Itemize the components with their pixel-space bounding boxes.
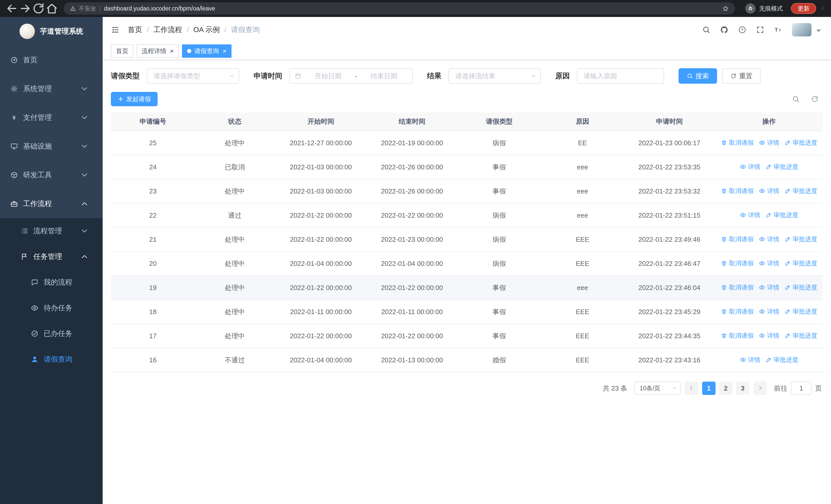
action-detail-link[interactable]: 详情	[740, 211, 761, 219]
action-cancel-link[interactable]: 取消请假	[721, 187, 754, 195]
leave-type-select[interactable]	[147, 68, 239, 84]
tab-process-detail[interactable]: 流程详情×	[137, 45, 179, 58]
action-detail-link[interactable]: 详情	[740, 356, 761, 364]
action-detail-link[interactable]: 详情	[759, 235, 779, 243]
action-cancel-link[interactable]: 取消请假	[721, 259, 754, 267]
action-detail-link[interactable]: 详情	[759, 283, 779, 292]
cell-start-time: 2022-01-11 00:00:00	[275, 300, 367, 324]
sidebar-toggle-icon[interactable]	[111, 25, 120, 34]
tab-home[interactable]: 首页	[111, 45, 134, 58]
action-progress-link[interactable]: 审批进度	[784, 235, 818, 243]
next-page-button[interactable]	[753, 382, 767, 395]
table-row: 25处理中2021-12-27 00:00:002022-01-19 00:00…	[111, 131, 823, 155]
page-number-3[interactable]: 3	[736, 382, 749, 395]
prev-page-button[interactable]	[685, 382, 698, 395]
breadcrumb-item[interactable]: 首页	[128, 25, 142, 35]
cell-start-time: 2022-01-03 00:00:00	[275, 155, 367, 179]
sidebar-item-dev-tools[interactable]: 研发工具	[0, 161, 103, 189]
action-progress-link[interactable]: 审批进度	[784, 139, 818, 147]
action-cancel-link[interactable]: 取消请假	[721, 331, 754, 340]
sidebar-item-task-mgmt[interactable]: 任务管理	[0, 244, 103, 269]
action-detail-link[interactable]: 详情	[759, 259, 779, 267]
search-icon[interactable]	[702, 26, 710, 34]
browser-menu-icon[interactable]	[819, 5, 826, 12]
tab-leave-query[interactable]: 请假查询×	[182, 45, 231, 58]
eye-icon	[759, 188, 765, 194]
sidebar-item-done-tasks[interactable]: 已办任务	[0, 321, 103, 347]
action-progress-link[interactable]: 审批进度	[766, 356, 798, 364]
bookmark-star-icon[interactable]	[722, 5, 729, 12]
action-progress-link[interactable]: 审批进度	[766, 163, 798, 171]
result-input[interactable]	[455, 72, 527, 80]
leave-type-input[interactable]	[153, 72, 225, 80]
sidebar-item-leave-query[interactable]: 请假查询	[0, 347, 103, 372]
page-number-1[interactable]: 1	[702, 382, 716, 395]
github-icon[interactable]	[720, 26, 728, 34]
sidebar-item-todo-tasks[interactable]: 待办任务	[0, 295, 103, 321]
help-icon[interactable]: ?	[738, 26, 746, 34]
breadcrumb-item: 请假查询	[231, 25, 260, 35]
result-select[interactable]	[449, 68, 541, 84]
cell-status: 处理中	[195, 251, 275, 276]
update-button[interactable]: 更新	[791, 3, 816, 14]
action-detail-link[interactable]: 详情	[759, 139, 779, 147]
url-text[interactable]: dashboard.yudao.iocoder.cn/bpm/oa/leave	[104, 5, 215, 12]
reset-button[interactable]: 重置	[722, 68, 761, 84]
edit-icon	[766, 164, 772, 170]
action-progress-link[interactable]: 审批进度	[784, 283, 818, 292]
browser-home-icon[interactable]	[45, 2, 58, 15]
close-icon[interactable]: ×	[223, 48, 226, 54]
security-indicator[interactable]: 不安全	[70, 5, 96, 12]
reason-input[interactable]	[583, 72, 658, 80]
search-icon	[687, 73, 693, 79]
sidebar-item-payment-mgmt[interactable]: ¥支付管理	[0, 103, 103, 132]
close-icon[interactable]: ×	[170, 48, 174, 54]
action-detail-link[interactable]: 详情	[759, 187, 779, 195]
sidebar-item-workflow[interactable]: 工作流程	[0, 189, 103, 218]
breadcrumb-item[interactable]: 工作流程	[153, 25, 182, 35]
forward-icon[interactable]	[19, 2, 32, 15]
action-cancel-link[interactable]: 取消请假	[721, 235, 754, 243]
action-progress-link[interactable]: 审批进度	[784, 307, 818, 316]
fullscreen-icon[interactable]	[756, 26, 764, 34]
search-button[interactable]: 搜索	[679, 68, 717, 84]
sidebar-item-my-process[interactable]: 我的流程	[0, 269, 103, 295]
start-date-input[interactable]	[305, 72, 352, 80]
action-progress-link[interactable]: 审批进度	[784, 331, 818, 340]
action-progress-link[interactable]: 审批进度	[766, 211, 798, 219]
avatar-caret-icon[interactable]	[814, 27, 823, 35]
refresh-table-icon[interactable]	[811, 95, 819, 103]
font-size-icon[interactable]: TT	[774, 26, 782, 34]
create-leave-button[interactable]: 发起请假	[111, 92, 157, 106]
sidebar-item-process-mgmt[interactable]: 流程管理	[0, 218, 103, 244]
goto-page-input[interactable]	[791, 382, 811, 395]
sidebar-item-infrastructure[interactable]: 基础设施	[0, 132, 103, 161]
end-date-input[interactable]	[360, 72, 407, 80]
page-size-select[interactable]: 10条/页	[634, 382, 681, 395]
action-detail-link[interactable]: 详情	[759, 307, 779, 316]
reload-icon[interactable]	[32, 2, 45, 15]
page-number-2[interactable]: 2	[719, 382, 733, 395]
action-progress-link[interactable]: 审批进度	[784, 259, 818, 267]
sidebar-item-home[interactable]: 首页	[0, 46, 103, 75]
tags-view-bar: 首页流程详情×请假查询×	[103, 42, 831, 60]
action-cancel-link[interactable]: 取消请假	[721, 283, 754, 292]
action-detail-link[interactable]: 详情	[740, 163, 761, 171]
url-bar[interactable]: 不安全 dashboard.yudao.iocoder.cn/bpm/oa/le…	[64, 2, 735, 14]
action-cancel-link[interactable]: 取消请假	[721, 139, 754, 147]
reason-field[interactable]	[577, 68, 664, 84]
action-detail-link[interactable]: 详情	[759, 331, 779, 340]
cell-reason: EE	[542, 131, 623, 155]
sidebar-item-system-mgmt[interactable]: 系统管理	[0, 75, 103, 103]
back-icon[interactable]	[5, 2, 19, 15]
chevron-down-icon	[672, 386, 677, 391]
logo-block[interactable]: 芋道管理系统	[0, 17, 103, 46]
breadcrumb-item[interactable]: OA 示例	[194, 25, 220, 35]
avatar[interactable]	[792, 23, 811, 36]
action-cancel-link[interactable]: 取消请假	[721, 307, 754, 316]
toggle-search-icon[interactable]	[792, 95, 800, 103]
action-progress-link[interactable]: 审批进度	[784, 187, 818, 195]
range-separator: -	[355, 72, 357, 80]
date-range-picker[interactable]: -	[289, 68, 413, 84]
table-row: 22通过2022-01-22 00:00:002022-01-22 00:00:…	[111, 203, 823, 227]
